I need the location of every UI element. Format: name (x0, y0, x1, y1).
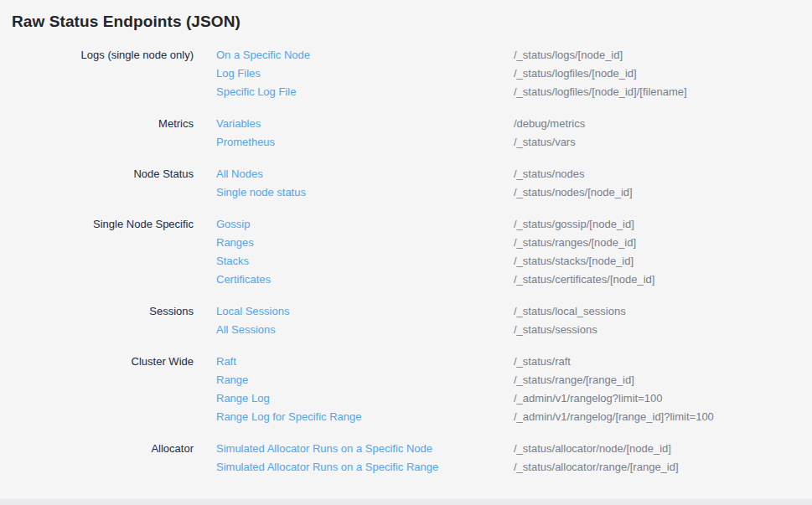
endpoint-row: Range Log /_admin/v1/rangelog?limit=100 (216, 389, 800, 408)
section-single-node-specific: Single Node Specific Gossip /_status/gos… (12, 215, 800, 289)
section-entries: Simulated Allocator Runs on a Specific N… (216, 440, 800, 477)
section-entries: On a Specific Node /_status/logs/[node_i… (216, 46, 800, 101)
endpoint-row: Specific Log File /_status/logfiles/[nod… (216, 83, 800, 101)
section-logs: Logs (single node only) On a Specific No… (12, 46, 800, 101)
endpoint-path: /_status/allocator/node/[node_id] (514, 440, 671, 458)
endpoint-link-log-files[interactable]: Log Files (216, 64, 514, 83)
endpoint-path: /_admin/v1/rangelog/[range_id]?limit=100 (514, 408, 714, 426)
endpoint-link-raft[interactable]: Raft (216, 353, 514, 371)
section-entries: Gossip /_status/gossip/[node_id] Ranges … (216, 215, 800, 289)
section-entries: Local Sessions /_status/local_sessions A… (216, 302, 800, 339)
endpoint-path: /_status/stacks/[node_id] (514, 252, 634, 271)
endpoint-path: /_status/local_sessions (514, 302, 626, 321)
endpoint-path: /_status/vars (514, 133, 576, 152)
section-label: Allocator (12, 440, 216, 458)
bottom-edge-strip (0, 498, 812, 505)
section-sessions: Sessions Local Sessions /_status/local_s… (12, 302, 800, 339)
endpoint-row: Certificates /_status/certificates/[node… (216, 271, 800, 289)
section-label: Logs (single node only) (12, 46, 216, 64)
section-entries: Raft /_status/raft Range /_status/range/… (216, 353, 800, 426)
endpoint-link-simulated-allocator-runs-range[interactable]: Simulated Allocator Runs on a Specific R… (216, 458, 514, 477)
section-label: Cluster Wide (12, 353, 216, 371)
endpoint-row: Single node status /_status/nodes/[node_… (216, 183, 800, 202)
endpoint-path: /_status/logfiles/[node_id]/[filename] (514, 83, 687, 101)
endpoint-link-ranges[interactable]: Ranges (216, 234, 514, 252)
section-label: Single Node Specific (12, 215, 216, 234)
endpoint-row: All Nodes /_status/nodes (216, 165, 800, 183)
endpoint-path: /_status/nodes/[node_id] (514, 183, 633, 202)
endpoint-path: /_status/nodes (514, 165, 585, 183)
endpoint-row: All Sessions /_status/sessions (216, 321, 800, 339)
endpoint-row: Local Sessions /_status/local_sessions (216, 302, 800, 321)
endpoint-link-local-sessions[interactable]: Local Sessions (216, 302, 514, 321)
endpoint-row: On a Specific Node /_status/logs/[node_i… (216, 46, 800, 64)
endpoint-path: /_status/logs/[node_id] (514, 46, 623, 64)
endpoint-row: Variables /debug/metrics (216, 115, 800, 133)
endpoint-row: Simulated Allocator Runs on a Specific R… (216, 458, 800, 477)
section-entries: Variables /debug/metrics Prometheus /_st… (216, 115, 800, 152)
endpoint-row: Prometheus /_status/vars (216, 133, 800, 152)
endpoint-link-range[interactable]: Range (216, 371, 514, 389)
page-title: Raw Status Endpoints (JSON) (12, 12, 800, 32)
endpoint-path: /_status/raft (514, 353, 571, 371)
endpoint-link-certificates[interactable]: Certificates (216, 271, 514, 289)
section-label: Node Status (12, 165, 216, 183)
endpoint-path: /_status/range/[range_id] (514, 371, 634, 389)
section-label: Sessions (12, 302, 216, 321)
endpoint-row: Simulated Allocator Runs on a Specific N… (216, 440, 800, 458)
raw-status-endpoints-page: Raw Status Endpoints (JSON) Logs (single… (0, 0, 812, 505)
section-node-status: Node Status All Nodes /_status/nodes Sin… (12, 165, 800, 202)
endpoint-link-simulated-allocator-runs-node[interactable]: Simulated Allocator Runs on a Specific N… (216, 440, 514, 458)
endpoint-path: /_status/gossip/[node_id] (514, 215, 634, 234)
endpoint-path: /_status/certificates/[node_id] (514, 271, 654, 289)
endpoint-link-variables[interactable]: Variables (216, 115, 514, 133)
endpoint-path: /debug/metrics (514, 115, 585, 133)
section-cluster-wide: Cluster Wide Raft /_status/raft Range /_… (12, 353, 800, 426)
endpoint-link-all-sessions[interactable]: All Sessions (216, 321, 514, 339)
endpoint-row: Stacks /_status/stacks/[node_id] (216, 252, 800, 271)
endpoint-link-all-nodes[interactable]: All Nodes (216, 165, 514, 183)
endpoint-link-specific-log-file[interactable]: Specific Log File (216, 83, 514, 101)
section-allocator: Allocator Simulated Allocator Runs on a … (12, 440, 800, 477)
endpoint-link-stacks[interactable]: Stacks (216, 252, 514, 271)
endpoint-row: Range Log for Specific Range /_admin/v1/… (216, 408, 800, 426)
endpoint-row: Raft /_status/raft (216, 353, 800, 371)
endpoint-link-on-a-specific-node[interactable]: On a Specific Node (216, 46, 514, 64)
endpoint-path: /_status/logfiles/[node_id] (514, 64, 637, 83)
endpoint-link-single-node-status[interactable]: Single node status (216, 183, 514, 202)
section-label: Metrics (12, 115, 216, 133)
endpoint-link-range-log[interactable]: Range Log (216, 389, 514, 408)
section-metrics: Metrics Variables /debug/metrics Prometh… (12, 115, 800, 152)
endpoint-link-prometheus[interactable]: Prometheus (216, 133, 514, 152)
endpoint-row: Log Files /_status/logfiles/[node_id] (216, 64, 800, 83)
endpoint-row: Ranges /_status/ranges/[node_id] (216, 234, 800, 252)
endpoint-link-gossip[interactable]: Gossip (216, 215, 514, 234)
endpoints-table: Logs (single node only) On a Specific No… (12, 46, 800, 477)
endpoint-link-range-log-for-specific-range[interactable]: Range Log for Specific Range (216, 408, 514, 426)
endpoint-row: Range /_status/range/[range_id] (216, 371, 800, 389)
endpoint-path: /_status/allocator/range/[range_id] (514, 458, 679, 477)
endpoint-path: /_status/ranges/[node_id] (514, 234, 636, 252)
endpoint-path: /_admin/v1/rangelog?limit=100 (514, 389, 662, 408)
endpoint-path: /_status/sessions (514, 321, 597, 339)
endpoint-row: Gossip /_status/gossip/[node_id] (216, 215, 800, 234)
section-entries: All Nodes /_status/nodes Single node sta… (216, 165, 800, 202)
